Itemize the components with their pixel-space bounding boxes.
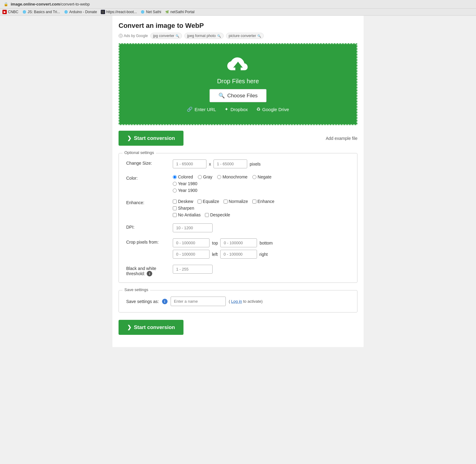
bookmark-cnbc[interactable]: ▶ CNBC	[2, 10, 18, 14]
no-antialias-checkbox[interactable]	[173, 213, 177, 217]
color-negate-option[interactable]: Negate	[252, 174, 271, 179]
enhance-label: Enhance:	[126, 199, 169, 205]
color-negate-label: Negate	[258, 174, 271, 179]
pill3-search-icon: 🔍	[257, 34, 261, 38]
color-year1980-radio[interactable]	[173, 182, 177, 186]
bookmark-netsathi[interactable]: 🌐 Net Sathi	[141, 10, 161, 14]
color-year1900-option[interactable]: Year 1900	[173, 188, 197, 193]
choose-files-label: Choose Files	[227, 93, 258, 99]
color-monochrome-radio[interactable]	[217, 175, 221, 179]
save-settings-section: Save settings Save settings as: i ( Log …	[119, 290, 357, 312]
equalize-checkbox[interactable]	[198, 200, 202, 204]
enhance-equalize-option[interactable]: Equalize	[198, 199, 219, 204]
crop-top-label: top	[212, 241, 218, 245]
color-controls: Colored Gray Monochrome Negate	[173, 174, 350, 193]
size-separator: x	[209, 162, 211, 167]
color-year1980-option[interactable]: Year 1980	[173, 181, 331, 186]
crop-bottom-input[interactable]	[220, 238, 257, 247]
ad-pill-1[interactable]: jpg converter 🔍	[150, 33, 182, 39]
dpi-input[interactable]	[173, 223, 213, 232]
chevron-right-icon-bottom: ❯	[127, 324, 131, 331]
bw-threshold-row: Black and white threshold: i	[126, 265, 350, 276]
enhance-controls: Deskew Equalize Normalize Enhance	[173, 199, 350, 217]
optional-settings-section: Optional settings Change Size: x pixels …	[119, 153, 357, 283]
color-year1900-radio[interactable]	[173, 189, 177, 193]
bookmark-react[interactable]: ⬛ https://react-boot...	[101, 10, 137, 14]
bookmark-netsathi-portal[interactable]: 🌿 netSathi Portal	[165, 10, 195, 14]
pill2-search-icon: 🔍	[217, 34, 221, 38]
choose-files-button[interactable]: 🔍 Choose Files	[210, 89, 266, 102]
enhance-no-antialias-option[interactable]: No Antialias	[173, 212, 201, 217]
color-monochrome-option[interactable]: Monochrome	[217, 174, 247, 179]
pill1-search-icon: 🔍	[176, 34, 179, 38]
bookmark-cnbc-label: CNBC	[8, 10, 18, 14]
bookmark-netsathi-label: Net Sathi	[146, 10, 161, 14]
size-height-input[interactable]	[213, 159, 247, 168]
change-size-controls: x pixels	[173, 159, 350, 168]
dpi-row: DPI:	[126, 223, 350, 232]
crop-left-label: left	[212, 252, 218, 257]
start-conversion-button-top[interactable]: ❯ Start conversion	[119, 131, 183, 146]
pill2-label: jpeg format photo	[187, 34, 216, 38]
add-example-link[interactable]: Add example file	[326, 136, 357, 141]
color-colored-radio[interactable]	[173, 175, 177, 179]
page-title: Convert an image to WebP	[119, 22, 357, 30]
sharpen-label: Sharpen	[178, 206, 194, 211]
deskew-checkbox[interactable]	[173, 200, 177, 204]
netsathi-icon: 🌐	[141, 10, 145, 14]
color-label: Color:	[126, 174, 169, 181]
bw-threshold-input[interactable]	[173, 265, 213, 274]
enhance-label-cb: Enhance	[258, 199, 274, 204]
crop-right-input[interactable]	[220, 250, 257, 259]
start-conversion-button-bottom[interactable]: ❯ Start conversion	[119, 320, 183, 335]
enter-url-link[interactable]: 🔗 Enter URL	[187, 107, 216, 112]
enhance-enhance-option[interactable]: Enhance	[252, 199, 274, 204]
enhance-checkbox[interactable]	[252, 200, 256, 204]
save-name-input[interactable]	[171, 297, 226, 306]
ad-pill-2[interactable]: jpeg format photo 🔍	[184, 33, 223, 39]
google-drive-icon: ♻	[256, 107, 260, 112]
ad-pill-3[interactable]: picture converter 🔍	[226, 33, 264, 39]
crop-top-input[interactable]	[173, 238, 210, 247]
dropbox-label: Dropbox	[230, 107, 248, 112]
enhance-row: Enhance: Deskew Equalize Normalize	[126, 199, 350, 217]
google-drive-link[interactable]: ♻ Google Drive	[256, 107, 289, 112]
crop-right-label: right	[259, 252, 268, 257]
enhance-sharpen-option[interactable]: Sharpen	[173, 206, 350, 211]
dropbox-link[interactable]: ✦ Dropbox	[225, 107, 248, 112]
page-content: Convert an image to WebP ⓘ Ads by Google…	[112, 16, 364, 347]
drop-zone[interactable]: Drop Files here 🔍 Choose Files 🔗 Enter U…	[119, 43, 357, 125]
source-links: 🔗 Enter URL ✦ Dropbox ♻ Google Drive	[187, 107, 289, 112]
color-negate-radio[interactable]	[252, 175, 256, 179]
bookmark-arduino[interactable]: 🌐 Arduino - Donate	[64, 10, 97, 14]
bookmark-js[interactable]: 🌐 JS: Basics and Tri...	[22, 10, 60, 14]
color-colored-label: Colored	[178, 174, 193, 179]
color-gray-label: Gray	[203, 174, 212, 179]
color-gray-option[interactable]: Gray	[198, 174, 212, 179]
color-row: Color: Colored Gray Monochrome	[126, 174, 350, 193]
color-gray-radio[interactable]	[198, 175, 202, 179]
sharpen-checkbox[interactable]	[173, 206, 177, 210]
ads-label: ⓘ Ads by Google	[119, 34, 148, 38]
color-colored-option[interactable]: Colored	[173, 174, 193, 179]
google-drive-label: Google Drive	[262, 107, 289, 112]
js-icon: 🌐	[22, 10, 26, 14]
bookmark-react-label: https://react-boot...	[106, 10, 137, 14]
bw-threshold-info-icon[interactable]: i	[147, 271, 152, 276]
pill1-label: jpg converter	[153, 34, 174, 38]
size-width-input[interactable]	[173, 159, 206, 168]
crop-bottom-label: bottom	[259, 241, 273, 245]
normalize-label: Normalize	[229, 199, 248, 204]
enhance-despeckle-option[interactable]: Despeckle	[205, 212, 230, 217]
login-note: ( Log in to activate)	[229, 299, 263, 304]
deskew-label: Deskew	[178, 199, 193, 204]
crop-left-input[interactable]	[173, 250, 210, 259]
enhance-normalize-option[interactable]: Normalize	[224, 199, 248, 204]
crop-label: Crop pixels from:	[126, 238, 169, 245]
normalize-checkbox[interactable]	[224, 200, 228, 204]
save-settings-info-icon[interactable]: i	[162, 299, 168, 304]
login-link[interactable]: Log in	[231, 299, 242, 304]
react-icon: ⬛	[101, 10, 105, 14]
enhance-deskew-option[interactable]: Deskew	[173, 199, 193, 204]
despeckle-checkbox[interactable]	[205, 213, 209, 217]
